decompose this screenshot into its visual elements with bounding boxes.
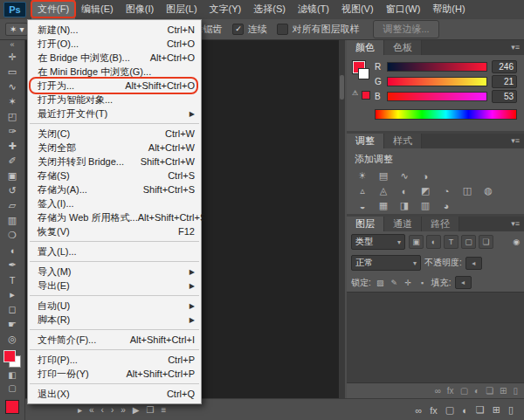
menubar-item[interactable]: 编辑(E) <box>75 0 120 19</box>
hue-saturation-icon[interactable]: ◬ <box>375 184 392 197</box>
selective-color-icon[interactable]: ◕ <box>438 199 455 212</box>
new-layer-icon[interactable]: ⊞ <box>500 386 507 396</box>
collapse-panel-icon[interactable]: « <box>10 40 14 50</box>
go-next-icon[interactable]: › <box>111 405 114 415</box>
color-spectrum-bar[interactable] <box>375 109 517 120</box>
file-menu-item[interactable]: 文件简介(F)... Alt+Shift+Ctrl+I <box>28 333 201 347</box>
new-layer-icon[interactable]: ⊞ <box>493 404 500 416</box>
color-ramp-slider[interactable] <box>387 77 487 86</box>
threshold-icon[interactable]: ◨ <box>396 199 413 212</box>
brush-tool[interactable]: ✐ <box>2 154 23 169</box>
foreground-color-indicator[interactable] <box>5 400 19 414</box>
color-lookup-icon[interactable]: ◍ <box>479 184 497 197</box>
panel-menu-icon[interactable]: ▾≡ <box>511 134 524 148</box>
file-menu-item[interactable]: 签入(I)... <box>28 196 201 210</box>
gradient-map-icon[interactable]: ▥ <box>417 199 434 212</box>
move-tool[interactable]: ✛ <box>2 50 23 65</box>
blend-mode-dropdown[interactable]: 正常 ▾ <box>351 255 421 271</box>
filter-type-layers-icon[interactable]: T <box>444 235 458 249</box>
link-layers-icon[interactable]: ∞ <box>435 386 441 396</box>
menu-flyout-icon[interactable]: ▸ <box>78 405 82 415</box>
file-menu-item[interactable]: 关闭全部 Alt+Ctrl+W <box>28 141 201 155</box>
go-last-icon[interactable]: » <box>121 405 126 415</box>
contiguous-checkbox[interactable]: ✓ 连续 <box>232 23 266 36</box>
file-menu-item[interactable]: 自动(U) ▶ <box>28 299 201 313</box>
file-menu-item[interactable]: 关闭并转到 Bridge... Shift+Ctrl+W <box>28 155 201 169</box>
file-menu-item[interactable]: 脚本(R) ▶ <box>28 313 201 327</box>
panel-tab[interactable]: 通道 <box>384 217 422 231</box>
menubar-item[interactable]: 图像(I) <box>120 0 160 19</box>
lock-transparency-icon[interactable]: ▨ <box>375 277 386 288</box>
layer-effects-icon[interactable]: fx <box>447 386 454 396</box>
exposure-icon[interactable]: ◑ <box>417 169 434 182</box>
adjustment-layer-icon[interactable]: ◐ <box>474 386 479 396</box>
canvas-scrollbar[interactable] <box>339 40 345 398</box>
filter-toggle-icon[interactable]: ◉ <box>513 238 520 246</box>
filter-pixel-layers-icon[interactable]: ▣ <box>409 235 424 249</box>
vibrance-icon[interactable]: ▵ <box>354 184 371 197</box>
gamut-warning-swatch[interactable] <box>362 91 370 100</box>
panel-tab[interactable]: 颜色 <box>347 40 384 55</box>
healing-brush-tool[interactable]: ✚ <box>2 139 23 154</box>
file-menu-item[interactable] <box>30 329 199 330</box>
file-menu-item[interactable] <box>30 261 199 262</box>
path-selection-tool[interactable]: ▸ <box>2 287 23 302</box>
file-menu-item[interactable] <box>30 349 199 350</box>
panel-tab[interactable]: 色板 <box>384 40 422 55</box>
menubar-item[interactable]: 视图(V) <box>335 0 380 19</box>
file-menu-item[interactable]: 打印(P)... Ctrl+P <box>28 353 201 367</box>
color-ramp-slider[interactable] <box>387 92 487 101</box>
file-menu-item[interactable]: 退出(X) Ctrl+Q <box>28 387 201 401</box>
posterize-icon[interactable]: ▦ <box>375 199 392 212</box>
menubar-item[interactable]: 文件(F) <box>31 0 75 19</box>
channel-mixer-icon[interactable]: ◫ <box>458 184 476 197</box>
file-menu-item[interactable]: 打开为... Alt+Shift+Ctrl+O <box>28 79 201 93</box>
menubar-item[interactable]: 窗口(W) <box>380 0 427 19</box>
filter-shape-layers-icon[interactable]: ▢ <box>461 235 476 249</box>
channel-value-input[interactable]: 21 <box>492 75 517 88</box>
scrollbar-thumb[interactable] <box>340 75 344 100</box>
layer-mask-icon[interactable]: ▢ <box>445 404 454 416</box>
panel-tab[interactable]: 调整 <box>347 134 384 148</box>
play-icon[interactable]: ▶ <box>133 405 140 415</box>
panel-menu-icon[interactable]: ▾≡ <box>511 40 524 55</box>
blur-tool[interactable]: ❍ <box>2 228 23 243</box>
thumbnails-icon[interactable]: ❐ <box>147 405 155 415</box>
clone-stamp-tool[interactable]: ▣ <box>2 169 23 183</box>
dodge-tool[interactable]: ◖ <box>2 243 23 258</box>
file-menu-item[interactable]: 关闭(C) Ctrl+W <box>28 127 201 141</box>
menubar-item[interactable]: 帮助(H) <box>426 0 471 19</box>
sample-all-layers-checkbox[interactable]: 对所有图层取样 <box>277 23 359 36</box>
file-menu-item[interactable] <box>30 295 199 296</box>
invert-icon[interactable]: ◒ <box>354 199 371 212</box>
delete-layer-icon[interactable]: ▯ <box>508 404 514 416</box>
file-menu-item[interactable]: 存储(S) Ctrl+S <box>28 169 201 182</box>
file-menu-item[interactable]: 打印一份(Y) Alt+Shift+Ctrl+P <box>28 367 201 381</box>
gradient-tool[interactable]: ▥ <box>2 213 23 228</box>
layers-list[interactable] <box>347 292 524 383</box>
menubar-item[interactable]: 图层(L) <box>160 0 203 19</box>
color-ramp-slider[interactable] <box>387 62 487 72</box>
filter-smart-objects-icon[interactable]: ❏ <box>479 235 493 249</box>
shape-tool[interactable]: ◻ <box>2 302 23 317</box>
levels-icon[interactable]: ▤ <box>375 169 392 182</box>
go-first-icon[interactable]: « <box>89 405 94 415</box>
brightness-contrast-icon[interactable]: ☀ <box>354 169 371 182</box>
file-menu-item[interactable]: 打开(O)... Ctrl+O <box>28 37 201 51</box>
file-menu-item[interactable]: 新建(N)... Ctrl+N <box>28 23 201 37</box>
layer-filter-dropdown[interactable]: 类型 ▾ <box>351 234 405 250</box>
screen-mode-button[interactable]: ▢ <box>2 382 23 395</box>
file-menu-item[interactable] <box>30 241 199 242</box>
channel-value-input[interactable]: 246 <box>492 60 517 73</box>
go-previous-icon[interactable]: ‹ <box>101 405 104 415</box>
menubar-item[interactable]: 滤镜(T) <box>292 0 335 19</box>
menubar-item[interactable]: 文字(Y) <box>203 0 248 19</box>
file-menu-item[interactable]: 导入(M) ▶ <box>28 265 201 279</box>
eyedropper-tool[interactable]: ✑ <box>2 124 23 139</box>
eraser-tool[interactable]: ▱ <box>2 198 23 213</box>
magic-wand-tool[interactable]: ✶ <box>2 94 23 109</box>
black-white-icon[interactable]: ◩ <box>417 184 434 197</box>
list-view-icon[interactable]: ≡ <box>162 405 167 415</box>
panel-tab[interactable]: 样式 <box>384 134 422 148</box>
link-layers-icon[interactable]: ∞ <box>415 405 422 416</box>
